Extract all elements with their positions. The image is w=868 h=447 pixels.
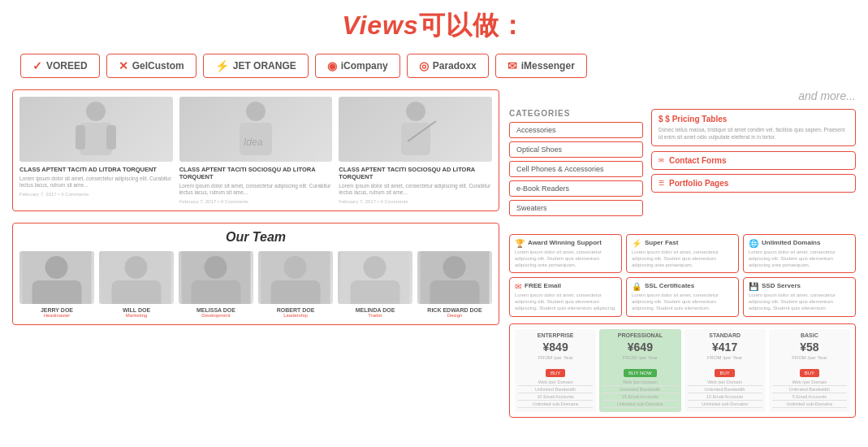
feature-award-text: Lorem ipsum dolor sit amet, consectetur … xyxy=(515,250,616,268)
blog-posts-section: CLASS APTENT TACITI AD LITDRA TORQUENT L… xyxy=(12,89,499,211)
plan-basic-btn[interactable]: BUY xyxy=(800,369,819,377)
post-2-date: February 7, 2017 xyxy=(179,199,217,204)
category-book-readers[interactable]: e-Book Readers xyxy=(509,180,643,197)
plan-standard-f1: Web /per Domain xyxy=(688,380,762,386)
plan-professional-name: PROFESSIONAL xyxy=(602,332,677,338)
feature-award-support: 🏆 Award Winning Support Lorem ipsum dolo… xyxy=(509,234,622,273)
team-title: Our Team xyxy=(19,230,492,245)
plan-professional-f2: Unlimited Bandwidth xyxy=(602,387,677,393)
brand-paradoxx-label: Paradoxx xyxy=(433,60,477,72)
member-3-photo-svg xyxy=(179,251,253,304)
svg-point-17 xyxy=(205,256,227,279)
post-3-image xyxy=(339,97,492,162)
brand-jetorange-label: JET ORANGE xyxy=(233,60,296,72)
post-3-image-bg xyxy=(339,97,492,162)
category-cell-phones[interactable]: Cell Phones & Accessories xyxy=(509,161,643,177)
brand-jetorange[interactable]: ⚡ JET ORANGE xyxy=(203,54,309,78)
brand-voreed-label: VOREED xyxy=(46,60,88,72)
brand-icompany[interactable]: ◉ iCompany xyxy=(315,54,400,78)
member-1-name: JERRY DOE xyxy=(19,307,94,313)
member-2-role: Marketing xyxy=(99,313,174,318)
team-members-list: JERRY DOE Headmaster WILL DOE Marke xyxy=(19,251,492,318)
blog-post-3: CLASS APTENT TACITI SOCIOSQU AD LITORA T… xyxy=(339,97,492,204)
feature-ssl-title: SSL Certificates xyxy=(645,282,694,289)
brand-voreed[interactable]: ✓ VOREED xyxy=(20,54,100,78)
post-1-meta: February 7, 2017 • 0 Comments xyxy=(19,192,173,197)
ssd-icon: 💾 xyxy=(749,282,758,291)
member-1-role: Headmaster xyxy=(19,313,94,318)
post-1-image-bg xyxy=(19,97,173,162)
and-more-label: and more... xyxy=(509,89,856,102)
portfolio-pages-box[interactable]: ☰ Portfolio Pages xyxy=(651,174,856,193)
member-6-name: RICK EDWARD DOE xyxy=(417,307,492,313)
category-sweaters[interactable]: Sweaters xyxy=(509,200,643,216)
post-2-image: Idea xyxy=(179,97,333,162)
plan-professional-f1: Web /per Domain xyxy=(602,380,677,386)
svg-point-7 xyxy=(406,102,425,121)
feature-super-fast: ⚡ Super Fast Lorem ipsum dolor sit amet,… xyxy=(626,234,739,273)
svg-point-0 xyxy=(86,102,106,121)
member-2-photo xyxy=(99,251,174,304)
post-3-comments: 0 Comments xyxy=(380,199,408,204)
envelope-icon: ✉ xyxy=(659,157,664,164)
right-column: and more... CATEGORIES Accessories Optic… xyxy=(509,89,856,418)
plan-enterprise-btn[interactable]: BUY xyxy=(546,369,565,377)
plan-standard-f4: Unlimited sub-Domains xyxy=(688,401,762,408)
category-optical-shoes[interactable]: Optical Shoes xyxy=(509,141,643,158)
post-2-image-bg: Idea xyxy=(179,97,333,162)
feature-fast-text: Lorem ipsum dolor sit amet, consectetur … xyxy=(632,250,733,268)
member-5-photo xyxy=(338,251,412,304)
plan-basic-sub: FROM /per Year xyxy=(772,355,847,360)
pricing-tables-box: $ $ Pricing Tables Donec tellus massa, t… xyxy=(651,109,856,146)
voreed-icon: ✓ xyxy=(32,59,42,72)
post-1-image xyxy=(19,97,173,162)
post-2-comments: 0 Comments xyxy=(221,199,248,204)
team-member-5: MELINDA DOE Trader xyxy=(338,251,412,318)
post-1-date: February 7, 2017 xyxy=(19,192,57,197)
svg-rect-12 xyxy=(32,280,82,304)
plan-standard-btn[interactable]: BUY xyxy=(715,369,734,377)
brand-gelcustom[interactable]: ✕ GelCustom xyxy=(106,54,196,78)
imessenger-icon: ✉ xyxy=(507,59,517,72)
plan-basic-f4: Unlimited sub-Domains xyxy=(772,401,847,408)
post-2-text: Lorem ipsum dolor sit amet, consectetur … xyxy=(179,183,333,197)
plan-standard: STANDARD ¥417 FROM /per Year BUY Web /pe… xyxy=(684,329,766,412)
member-6-photo-svg xyxy=(417,251,492,304)
post-1-text: Lorem ipsum dolor sit amet, consectetur … xyxy=(19,176,173,189)
feature-grid: 🏆 Award Winning Support Lorem ipsum dolo… xyxy=(509,234,856,317)
plan-basic-f3: 5 Email Accounts xyxy=(772,394,847,401)
contact-forms-box[interactable]: ✉ Contact Forms xyxy=(651,151,856,170)
portfolio-icon: ☰ xyxy=(659,180,664,187)
plan-professional: PROFESSIONAL ¥649 FROM /per Year BUY NOW… xyxy=(599,329,680,412)
ssl-icon: 🔒 xyxy=(632,282,641,291)
brand-imessenger[interactable]: ✉ iMessenger xyxy=(495,54,587,78)
plan-enterprise-f4: Unlimited sub-Domains xyxy=(518,401,593,408)
plan-standard-price: ¥417 xyxy=(688,341,762,354)
feature-award-title: Award Winning Support xyxy=(528,239,602,246)
feature-email-text: Lorem ipsum dolor sit amet, consectetur … xyxy=(515,293,616,311)
brand-paradoxx[interactable]: ◎ Paradoxx xyxy=(407,54,489,78)
plan-standard-f2: Unlimited Bandwidth xyxy=(688,387,762,393)
member-5-name: MELINDA DOE xyxy=(338,307,412,313)
right-side-boxes: $ $ Pricing Tables Donec tellus massa, t… xyxy=(651,109,856,228)
member-3-photo xyxy=(179,251,253,304)
member-1-photo xyxy=(19,251,94,304)
feature-ssl: 🔒 SSL Certificates Lorem ipsum dolor sit… xyxy=(626,277,739,316)
team-member-6: RICK EDWARD DOE Design xyxy=(417,251,492,318)
svg-point-11 xyxy=(45,256,68,279)
category-accessories[interactable]: Accessories xyxy=(509,122,643,138)
team-title-pre: Our xyxy=(226,230,248,244)
plan-professional-btn[interactable]: BUY NOW xyxy=(624,369,657,377)
title-zh: 可以做： xyxy=(419,11,526,40)
gelcustom-icon: ✕ xyxy=(119,59,128,72)
plan-standard-name: STANDARD xyxy=(688,332,762,338)
member-4-name: ROBERT DOE xyxy=(258,307,333,313)
svg-rect-27 xyxy=(430,280,480,304)
post-1-title: CLASS APTENT TACITI AD LITDRA TORQUENT xyxy=(19,166,173,173)
member-5-role: Trader xyxy=(338,313,412,318)
svg-rect-21 xyxy=(271,280,321,304)
plan-standard-sub: FROM /per Year xyxy=(688,355,762,360)
main-content: CLASS APTENT TACITI AD LITDRA TORQUENT L… xyxy=(12,89,856,418)
blog-post-1: CLASS APTENT TACITI AD LITDRA TORQUENT L… xyxy=(19,97,173,204)
plan-professional-sub: FROM /per Year xyxy=(602,355,677,360)
